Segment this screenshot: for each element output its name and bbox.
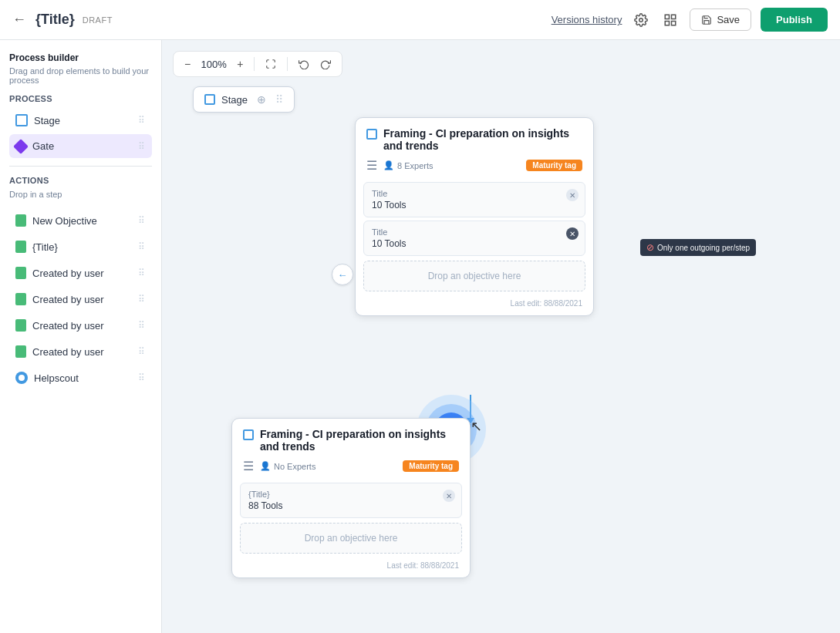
created-1-icon xyxy=(15,267,26,279)
helpscout-label: Helpscout xyxy=(34,372,79,384)
new-objective-label: New Objective xyxy=(32,215,97,227)
sidebar-item-created-4[interactable]: Created by user ⠿ xyxy=(9,339,152,364)
fullscreen-icon xyxy=(265,59,276,69)
page-title: {Title} xyxy=(35,12,75,28)
stage-node-icon xyxy=(204,94,215,105)
drag-handle-new-objective: ⠿ xyxy=(138,215,146,226)
card-top-maturity-tag[interactable]: Maturity tag xyxy=(526,160,582,171)
save-button[interactable]: Save xyxy=(690,8,751,31)
zoom-out-icon: − xyxy=(184,58,191,70)
card-bottom-stage-icon xyxy=(243,429,254,440)
outgoing-badge: ⊘ Only one outgoing per/step xyxy=(640,239,756,256)
sidebar-divider xyxy=(9,166,152,167)
toolbar-separator-2 xyxy=(287,57,288,71)
sidebar-item-new-objective[interactable]: New Objective ⠿ xyxy=(9,208,152,233)
app-subtitle: Drag and drop elements to build your pro… xyxy=(9,66,152,85)
redo-icon xyxy=(320,59,331,69)
zoom-out-button[interactable]: − xyxy=(181,56,194,72)
sidebar-item-created-1[interactable]: Created by user ⠿ xyxy=(9,261,152,285)
created-4-label: Created by user xyxy=(32,346,104,358)
app-title: Process builder xyxy=(9,52,152,63)
title-label: {Title} xyxy=(32,241,58,253)
sidebar: Process builder Drag and drop elements t… xyxy=(0,40,162,633)
left-arrow-button[interactable]: ← xyxy=(332,264,353,285)
versions-history-button[interactable]: Versions history xyxy=(552,14,622,25)
svg-point-5 xyxy=(19,375,25,381)
obj-row-1-value: 10 Tools xyxy=(372,200,577,210)
svg-point-0 xyxy=(639,18,643,22)
card-top-stage-icon xyxy=(366,129,377,140)
top-bar: ← {Title} DRAFT Versions history Save Pu… xyxy=(0,0,840,40)
bottom-obj-row-1-close[interactable]: ✕ xyxy=(443,490,455,502)
card-bottom-maturity-tag[interactable]: Maturity tag xyxy=(403,460,459,472)
drag-handle-created-2: ⠿ xyxy=(138,294,146,305)
created-1-label: Created by user xyxy=(32,268,104,279)
undo-button[interactable] xyxy=(295,57,312,71)
card-bottom-title: Framing - CI preparation on insights and… xyxy=(260,428,459,453)
draft-badge: DRAFT xyxy=(83,15,113,25)
canvas-toolbar: − 100% + xyxy=(173,51,342,77)
stage-node-target-icon: ⊕ xyxy=(257,93,266,106)
card-top-experts: 8 Experts xyxy=(397,161,433,170)
sidebar-item-title[interactable]: {Title} ⠿ xyxy=(9,234,152,259)
bottom-objective-row-1: {Title} 88 Tools ✕ xyxy=(240,483,462,518)
sidebar-item-helpscout[interactable]: Helpscout ⠿ xyxy=(9,365,152,390)
sidebar-item-created-2[interactable]: Created by user ⠿ xyxy=(9,287,152,311)
svg-rect-4 xyxy=(672,21,676,25)
back-button[interactable]: ← xyxy=(12,12,26,28)
process-section-label: Process xyxy=(9,94,152,103)
stage-node-label: Stage xyxy=(221,94,248,106)
stage-node[interactable]: Stage ⊕ ⠿ xyxy=(193,86,295,113)
bottom-obj-row-1-value: 88 Tools xyxy=(248,500,454,511)
created-2-label: Created by user xyxy=(32,294,104,305)
drag-handle-created-4: ⠿ xyxy=(138,346,146,357)
card-bottom-last-edit: Last edit: 88/88/2021 xyxy=(387,561,459,570)
sidebar-item-created-3[interactable]: Created by user ⠿ xyxy=(9,313,152,338)
svg-rect-1 xyxy=(666,15,670,19)
zoom-in-button[interactable]: + xyxy=(234,56,246,72)
stage-label: Stage xyxy=(34,115,60,126)
obj-row-1-close[interactable]: ✕ xyxy=(566,189,579,201)
redo-button[interactable] xyxy=(317,57,334,71)
sidebar-item-stage[interactable]: Stage ⠿ xyxy=(9,108,152,133)
save-icon xyxy=(701,15,712,25)
fullscreen-button[interactable] xyxy=(262,57,279,71)
card-bottom-menu-icon[interactable]: ☰ xyxy=(243,459,254,473)
title-icon xyxy=(15,241,26,253)
created-2-icon xyxy=(15,293,26,305)
no-entry-icon: ⊘ xyxy=(646,242,654,253)
canvas: − 100% + xyxy=(162,40,840,633)
obj-row-2-value: 10 Tools xyxy=(372,238,577,249)
drag-handle-title: ⠿ xyxy=(138,241,146,252)
process-card-top: Framing - CI preparation on insights and… xyxy=(355,117,594,316)
settings-icon-button[interactable] xyxy=(631,10,651,30)
drag-handle-stage: ⠿ xyxy=(138,115,146,126)
process-card-bottom: Framing - CI preparation on insights and… xyxy=(231,418,471,578)
actions-subtitle: Drop in a step xyxy=(9,190,152,199)
publish-button[interactable]: Publish xyxy=(761,8,828,32)
grid-icon xyxy=(663,13,677,27)
objective-row-2: Title 10 Tools ✕ xyxy=(363,221,585,256)
experts-person-icon: 👤 xyxy=(383,160,394,170)
obj-row-2-title: Title xyxy=(372,227,577,237)
svg-rect-3 xyxy=(666,21,670,25)
stage-icon xyxy=(15,114,28,126)
title-draft-area: {Title} DRAFT xyxy=(35,12,542,28)
created-3-icon xyxy=(15,319,26,332)
card-top-drop-zone[interactable]: Drop an objective here xyxy=(363,261,585,291)
grid-icon-button[interactable] xyxy=(660,10,680,30)
actions-section-label: Actions xyxy=(9,176,152,185)
sidebar-item-gate[interactable]: Gate ⠿ xyxy=(9,134,152,158)
cursor-indicator: ↖ xyxy=(471,418,482,435)
obj-row-2-close[interactable]: ✕ xyxy=(566,227,579,240)
gate-icon xyxy=(13,139,29,154)
helpscout-icon xyxy=(15,372,28,384)
created-3-label: Created by user xyxy=(32,320,104,332)
card-top-menu-icon[interactable]: ☰ xyxy=(366,158,377,173)
undo-icon xyxy=(299,59,309,69)
stage-node-drag-icon: ⠿ xyxy=(275,93,283,106)
svg-rect-2 xyxy=(672,15,676,19)
card-bottom-drop-zone[interactable]: Drop an objective here xyxy=(240,523,462,554)
created-4-icon xyxy=(15,345,26,358)
obj-row-1-title: Title xyxy=(372,189,577,198)
